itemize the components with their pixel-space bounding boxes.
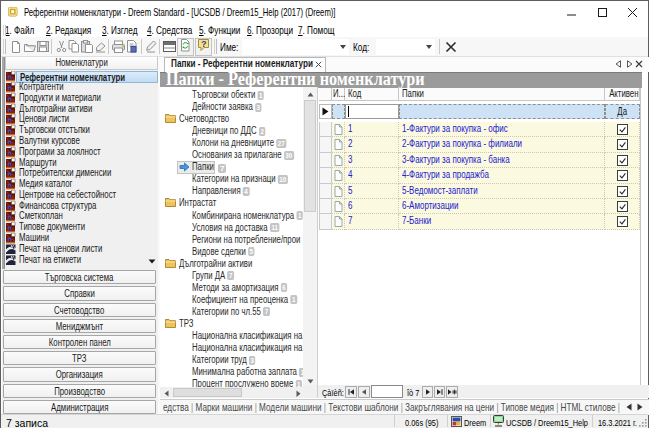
svg-text:?: ? <box>201 39 207 49</box>
